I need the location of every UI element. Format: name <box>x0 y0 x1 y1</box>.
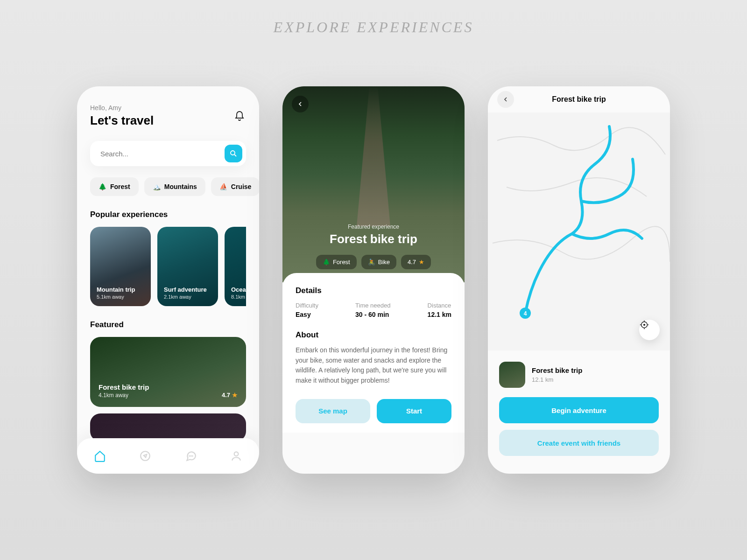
search-icon <box>229 149 238 158</box>
tree-icon: 🌲 <box>99 183 106 190</box>
notifications-button[interactable] <box>234 111 245 122</box>
star-icon: ★ <box>232 392 238 399</box>
card-rating: 4.7★ <box>222 392 238 399</box>
chip-mountains[interactable]: 🏔️Mountains <box>144 177 205 196</box>
boat-icon: ⛵ <box>219 183 227 190</box>
tab-bar <box>77 438 259 474</box>
stat-label: Time needed <box>355 302 390 309</box>
screen-map: Forest bike trip 4 Forest bike trip 12.1… <box>488 86 670 474</box>
start-button[interactable]: Start <box>377 399 451 423</box>
screen-home: Hello, Amy Let's travel 🌲Forest 🏔️Mounta… <box>77 86 259 474</box>
hero-chip-bike: 🚴Bike <box>361 255 396 269</box>
details-heading: Details <box>296 286 451 295</box>
featured-heading: Featured <box>90 320 246 329</box>
card-distance: 5.1km away <box>97 294 144 300</box>
stat-value: 12.1 km <box>428 311 451 318</box>
greeting-text: Hello, Amy <box>90 104 246 112</box>
stat-label: Distance <box>428 302 451 309</box>
chip-forest[interactable]: 🌲Forest <box>90 177 139 196</box>
svg-point-2 <box>189 455 190 456</box>
search-bar[interactable] <box>90 141 246 166</box>
card-distance: 2.1km away <box>164 294 211 300</box>
stat-distance: Distance12.1 km <box>428 302 451 318</box>
tree-icon: 🌲 <box>323 259 330 266</box>
begin-adventure-button[interactable]: Begin adventure <box>499 397 659 423</box>
home-icon[interactable] <box>94 450 106 462</box>
arrow-left-icon <box>296 100 304 108</box>
card-distance: 8.1km away <box>231 294 246 300</box>
card-title: Mountain trip <box>97 286 144 293</box>
chip-label: Mountains <box>164 183 197 190</box>
chip-label: Bike <box>378 259 390 266</box>
hero-title: Forest bike trip <box>330 232 417 246</box>
back-button[interactable] <box>497 91 514 108</box>
popular-row[interactable]: Mountain trip5.1km away Surf adventure2.… <box>90 227 246 306</box>
category-chips: 🌲Forest 🏔️Mountains ⛵Cruise <box>90 177 246 196</box>
chat-icon[interactable] <box>185 450 197 462</box>
search-input[interactable] <box>100 150 225 158</box>
back-button[interactable] <box>292 96 309 112</box>
stats-row: DifficultyEasy Time needed30 - 60 min Di… <box>296 302 451 318</box>
star-icon: ★ <box>419 259 424 266</box>
hero-image: Featured experience Forest bike trip 🌲Fo… <box>282 86 465 282</box>
create-event-button[interactable]: Create event with friends <box>499 430 659 456</box>
stat-label: Difficulty <box>296 302 318 309</box>
trip-thumbnail <box>499 362 525 388</box>
profile-icon[interactable] <box>230 450 242 462</box>
crosshair-icon <box>639 320 649 330</box>
chip-cruise[interactable]: ⛵Cruise <box>211 177 259 196</box>
popular-card[interactable]: Mountain trip5.1km away <box>90 227 151 306</box>
trip-title: Forest bike trip <box>532 366 582 374</box>
chip-label: 4.7 <box>408 259 416 266</box>
locate-button[interactable] <box>639 320 660 340</box>
card-title: Ocean <box>231 286 246 293</box>
stat-value: Easy <box>296 311 318 318</box>
map-view[interactable]: 4 <box>488 112 670 350</box>
map-route: 4 <box>488 112 670 350</box>
featured-card[interactable] <box>90 413 246 441</box>
search-button[interactable] <box>225 145 242 162</box>
popular-heading: Popular experiences <box>90 210 246 219</box>
detail-panel: Details DifficultyEasy Time needed30 - 6… <box>282 273 465 433</box>
map-title: Forest bike trip <box>552 95 606 104</box>
svg-point-3 <box>190 455 191 456</box>
screen-detail: Featured experience Forest bike trip 🌲Fo… <box>282 86 465 474</box>
svg-point-8 <box>644 324 645 326</box>
hero-chip-forest: 🌲Forest <box>316 255 357 269</box>
stat-time: Time needed30 - 60 min <box>355 302 390 318</box>
trip-summary: Forest bike trip 12.1 km <box>499 362 659 388</box>
about-text: Embark on this wonderful journey in the … <box>296 345 451 386</box>
svg-point-4 <box>192 455 192 456</box>
card-distance: 4.1km away <box>99 392 238 399</box>
svg-point-1 <box>141 451 150 461</box>
map-header: Forest bike trip <box>488 86 670 112</box>
compass-icon[interactable] <box>139 450 151 462</box>
hero-tag: Featured experience <box>348 224 399 230</box>
popular-card[interactable]: Ocean8.1km away <box>225 227 246 306</box>
popular-card[interactable]: Surf adventure2.1km away <box>157 227 218 306</box>
svg-point-0 <box>231 151 235 155</box>
arrow-left-icon <box>502 96 509 103</box>
hero-chips: 🌲Forest 🚴Bike 4.7★ <box>316 255 431 269</box>
trip-panel: Forest bike trip 12.1 km Begin adventure… <box>488 350 670 467</box>
featured-card[interactable]: Forest bike trip 4.1km away 4.7★ <box>90 337 246 407</box>
svg-point-5 <box>234 452 239 456</box>
page-title: EXPLORE EXPERIENCES <box>274 19 474 36</box>
headline: Let's travel <box>90 113 246 128</box>
card-title: Surf adventure <box>164 286 211 293</box>
stat-difficulty: DifficultyEasy <box>296 302 318 318</box>
trip-distance: 12.1 km <box>532 376 582 383</box>
mountain-icon: 🏔️ <box>153 183 161 190</box>
hero-chip-rating: 4.7★ <box>401 255 431 269</box>
bike-icon: 🚴 <box>368 259 375 266</box>
chip-label: Cruise <box>231 183 252 190</box>
about-heading: About <box>296 330 451 340</box>
stat-value: 30 - 60 min <box>355 311 390 318</box>
chip-label: Forest <box>110 183 130 190</box>
bell-icon <box>234 111 245 122</box>
route-marker: 4 <box>524 310 527 317</box>
chip-label: Forest <box>333 259 350 266</box>
card-title: Forest bike trip <box>99 383 238 391</box>
see-map-button[interactable]: See map <box>296 399 370 423</box>
